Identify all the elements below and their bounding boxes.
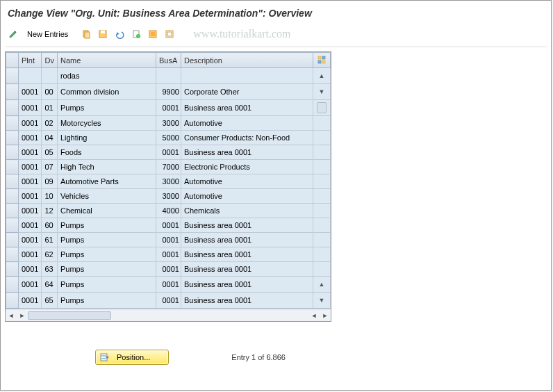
row-selector[interactable] — [6, 131, 19, 145]
vscroll-cell[interactable]: ▲ — [313, 68, 330, 84]
cell-plnt[interactable]: 0001 — [19, 293, 42, 309]
cell-desc[interactable]: Business area 0001 — [181, 293, 313, 309]
cell-name[interactable]: Pumps — [57, 277, 156, 293]
vscroll-cell[interactable] — [313, 189, 330, 204]
row-selector[interactable] — [6, 233, 19, 247]
new-entries-button[interactable]: New Entries — [23, 28, 72, 40]
cell-name[interactable]: Pumps — [57, 262, 156, 277]
scroll-right2-icon[interactable]: ► — [320, 310, 331, 321]
table-row[interactable]: 000109Automotive Parts3000Automotive — [6, 174, 331, 189]
col-header-plnt[interactable]: Plnt — [19, 53, 42, 68]
scroll-left-icon[interactable]: ◄ — [6, 310, 17, 321]
table-row[interactable]: 000107High Tech7000Electronic Products — [6, 160, 331, 174]
table-row[interactable]: 000104Lighting5000Consumer Products: Non… — [6, 131, 331, 145]
col-header-dv[interactable]: Dv — [42, 53, 57, 68]
col-header-desc[interactable]: Description — [181, 53, 313, 68]
cell-name[interactable]: Pumps — [57, 218, 156, 233]
cell-busa[interactable]: 3000 — [156, 189, 181, 204]
cell-busa[interactable]: 0001 — [156, 293, 181, 309]
table-row[interactable]: 000100Common division9900Corporate Other… — [6, 84, 331, 100]
cell-dv[interactable]: 10 — [42, 189, 57, 204]
cell-dv[interactable]: 12 — [42, 204, 57, 218]
cell-dv[interactable]: 65 — [42, 293, 57, 309]
cell-dv[interactable]: 02 — [42, 116, 57, 131]
table-row[interactable]: 000105Foods0001 Business area 0001 — [6, 145, 331, 160]
cell-name[interactable]: Pumps — [57, 293, 156, 309]
cell-desc[interactable]: Business area 0001 — [181, 233, 313, 247]
horizontal-scrollbar[interactable]: ◄ ► ◄ ► — [6, 309, 331, 321]
row-selector[interactable] — [6, 100, 19, 116]
row-selector[interactable] — [6, 204, 19, 218]
cell-busa[interactable]: 4000 — [156, 204, 181, 218]
cell-desc[interactable]: Automotive — [181, 174, 313, 189]
vscroll-cell[interactable]: ▼ — [313, 84, 330, 100]
cell-dv[interactable]: 64 — [42, 277, 57, 293]
cell-name[interactable]: High Tech — [57, 160, 156, 174]
cell-dv[interactable]: 63 — [42, 262, 57, 277]
vscroll-cell[interactable] — [313, 204, 330, 218]
vscroll-cell[interactable] — [313, 218, 330, 233]
cell-busa[interactable]: 0001 — [156, 233, 181, 247]
cell-busa[interactable] — [156, 68, 181, 84]
row-selector[interactable] — [6, 189, 19, 204]
position-button[interactable]: Position... — [95, 350, 169, 365]
cell-desc[interactable] — [181, 68, 313, 84]
cell-dv[interactable] — [42, 68, 57, 84]
row-selector[interactable] — [6, 277, 19, 293]
cell-desc[interactable]: Consumer Products: Non-Food — [181, 131, 313, 145]
scroll-down-icon[interactable]: ▼ — [316, 294, 327, 307]
cell-busa[interactable]: 0001 — [156, 100, 181, 116]
cell-dv[interactable]: 61 — [42, 233, 57, 247]
vscroll-cell[interactable]: ▲ — [313, 277, 330, 293]
cell-dv[interactable]: 00 — [42, 84, 57, 100]
cell-plnt[interactable]: 0001 — [19, 100, 42, 116]
cell-plnt[interactable]: 0001 — [19, 233, 42, 247]
cell-plnt[interactable]: 0001 — [19, 204, 42, 218]
cell-name[interactable]: rodas — [57, 68, 156, 84]
table-row[interactable]: 000161Pumps0001 Business area 0001 — [6, 233, 331, 247]
cell-plnt[interactable]: 0001 — [19, 131, 42, 145]
vscroll-cell[interactable] — [313, 145, 330, 160]
cell-dv[interactable]: 07 — [42, 160, 57, 174]
scroll-down-step-icon[interactable]: ▼ — [316, 85, 327, 98]
table-row[interactable]: 000165Pumps0001 Business area 0001▼ — [6, 293, 331, 309]
copy-icon[interactable] — [79, 27, 93, 41]
cell-desc[interactable]: Business area 0001 — [181, 262, 313, 277]
cell-plnt[interactable]: 0001 — [19, 116, 42, 131]
save-icon[interactable] — [96, 27, 110, 41]
cell-name[interactable]: Pumps — [57, 247, 156, 262]
vscroll-cell[interactable]: ▼ — [313, 293, 330, 309]
cell-plnt[interactable]: 0001 — [19, 145, 42, 160]
cell-busa[interactable]: 0001 — [156, 262, 181, 277]
col-header-busa[interactable]: BusA — [156, 53, 181, 68]
cell-desc[interactable]: Business area 0001 — [181, 247, 313, 262]
table-row[interactable]: rodas▲ — [6, 68, 331, 84]
vscroll-thumb[interactable] — [317, 102, 327, 113]
cell-desc[interactable]: Business area 0001 — [181, 218, 313, 233]
cell-plnt[interactable] — [19, 68, 42, 84]
cell-name[interactable]: Lighting — [57, 131, 156, 145]
row-selector[interactable] — [6, 84, 19, 100]
cell-desc[interactable]: Automotive — [181, 116, 313, 131]
vscroll-cell[interactable] — [313, 262, 330, 277]
vscroll-cell[interactable] — [313, 233, 330, 247]
cell-desc[interactable]: Business area 0001 — [181, 145, 313, 160]
cell-name[interactable]: Pumps — [57, 100, 156, 116]
cell-busa[interactable]: 5000 — [156, 131, 181, 145]
cell-name[interactable]: Pumps — [57, 233, 156, 247]
row-selector[interactable] — [6, 68, 19, 84]
cell-dv[interactable]: 01 — [42, 100, 57, 116]
cell-desc[interactable]: Corporate Other — [181, 84, 313, 100]
cell-busa[interactable]: 7000 — [156, 160, 181, 174]
table-config-icon[interactable] — [313, 53, 330, 68]
scroll-up-step-icon[interactable]: ▲ — [316, 278, 327, 291]
cell-desc[interactable]: Electronic Products — [181, 160, 313, 174]
table-row[interactable]: 000102Motorcycles3000Automotive — [6, 116, 331, 131]
cell-desc[interactable]: Business area 0001 — [181, 100, 313, 116]
row-selector[interactable] — [6, 262, 19, 277]
cell-plnt[interactable]: 0001 — [19, 277, 42, 293]
cell-name[interactable]: Automotive Parts — [57, 174, 156, 189]
scroll-up-icon[interactable]: ▲ — [316, 70, 327, 82]
row-selector[interactable] — [6, 174, 19, 189]
cell-name[interactable]: Common division — [57, 84, 156, 100]
